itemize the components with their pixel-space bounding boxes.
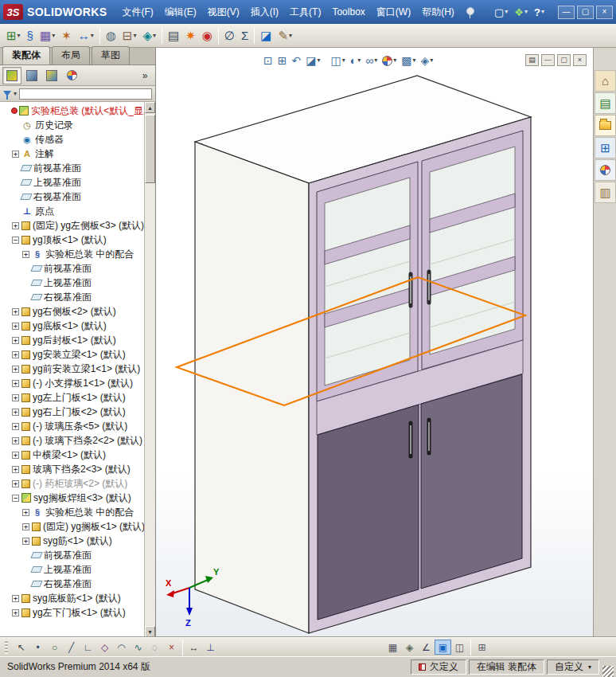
- tree-item[interactable]: 上视基准面: [0, 276, 144, 290]
- dropdown-caret-icon[interactable]: ▾: [588, 664, 591, 671]
- tree-item[interactable]: ◉传感器: [0, 132, 144, 147]
- toolbar-grip[interactable]: [5, 641, 8, 654]
- view-palette-icon[interactable]: ⊞: [595, 137, 616, 158]
- propertymanager-tab[interactable]: [22, 67, 41, 84]
- tree-expand-toggle[interactable]: +: [12, 394, 19, 401]
- cabinet-model[interactable]: X Y Z: [156, 48, 593, 637]
- tree-expand-toggle[interactable]: +: [12, 480, 19, 487]
- tree-item[interactable]: +§实验柜总装 中的配合: [0, 247, 144, 261]
- scroll-up-icon[interactable]: ▲: [145, 102, 155, 113]
- minimize-doc-icon[interactable]: —: [541, 54, 555, 66]
- tree-expand-toggle[interactable]: +: [12, 595, 19, 602]
- tree-item[interactable]: 右视基准面: [0, 577, 144, 591]
- tree-item[interactable]: +yg左下门板<1> (默认): [0, 605, 144, 620]
- tree-expand-toggle[interactable]: +: [12, 308, 19, 315]
- tree-item[interactable]: 右视基准面: [0, 190, 144, 204]
- menu-item[interactable]: 插入(I): [245, 3, 284, 21]
- fullscreen-icon[interactable]: ⊞: [474, 640, 490, 655]
- tree-expand-toggle[interactable]: +: [12, 380, 19, 387]
- angle-snap-icon[interactable]: ∠: [418, 640, 435, 655]
- tree-expand-toggle[interactable]: +: [12, 366, 19, 373]
- sketch-icon[interactable]: ✎▾: [275, 26, 295, 45]
- lower-right-door[interactable]: [421, 374, 522, 589]
- filter-input[interactable]: [19, 88, 152, 100]
- tree-scrollbar[interactable]: ▲ ▼: [144, 102, 155, 637]
- tree-expand-toggle[interactable]: +: [12, 452, 19, 459]
- mass-properties-icon[interactable]: Σ: [238, 26, 251, 45]
- tree-expand-toggle[interactable]: +: [22, 251, 29, 258]
- sketch-ellipse-icon[interactable]: ◌: [146, 640, 163, 655]
- tab-装配体[interactable]: 装配体: [2, 46, 50, 65]
- single-viewport-icon[interactable]: ▣: [435, 640, 451, 655]
- sketch-spline-icon[interactable]: ∿: [130, 640, 146, 655]
- tree-expand-toggle[interactable]: −: [12, 495, 19, 502]
- display-style-icon[interactable]: ◐▾: [348, 53, 363, 68]
- sketch-perpendicular-icon[interactable]: ∟: [80, 640, 96, 655]
- zoom-to-fit-icon[interactable]: ⊡: [261, 53, 275, 68]
- tree-expand-toggle[interactable]: +: [12, 337, 19, 344]
- tree-item[interactable]: +(-) 药柜玻璃<2> (默认): [0, 476, 144, 491]
- tree-item[interactable]: +yg后封板<1> (默认): [0, 333, 144, 347]
- tree-expand-toggle[interactable]: +: [12, 222, 19, 229]
- zoom-to-area-icon[interactable]: ⊞: [275, 53, 290, 68]
- section-view-icon[interactable]: ◪: [257, 26, 275, 45]
- tree-item[interactable]: 实验柜总装 (默认<默认_显示状态-1>): [0, 104, 144, 118]
- sketch-point-icon[interactable]: •: [29, 640, 46, 655]
- previous-view-icon[interactable]: ↶: [289, 53, 303, 68]
- sketch-arc-icon[interactable]: ◠: [113, 640, 130, 655]
- window-menu-icon[interactable]: ▤: [525, 54, 539, 66]
- minimize-window-icon[interactable]: —: [558, 6, 575, 19]
- lower-left-door[interactable]: [318, 405, 419, 620]
- measure-icon[interactable]: ∅: [221, 26, 238, 45]
- exploded-view-icon[interactable]: ✷: [182, 26, 199, 45]
- menu-item[interactable]: 文件(F): [116, 3, 158, 21]
- tree-expand-toggle[interactable]: +: [12, 323, 19, 330]
- menu-item[interactable]: 视图(V): [202, 3, 245, 21]
- tree-item[interactable]: +中横梁<1> (默认): [0, 448, 144, 462]
- tree-item[interactable]: +syg筋<1> (默认): [0, 534, 144, 548]
- tree-item[interactable]: 前视基准面: [0, 261, 144, 276]
- filter-funnel-icon[interactable]: [3, 91, 11, 96]
- custom-properties-icon[interactable]: ▥: [595, 182, 616, 203]
- tab-草图[interactable]: 草图: [92, 46, 130, 65]
- tree-item[interactable]: +syg底板筋<1> (默认): [0, 591, 144, 605]
- interference-detection-icon[interactable]: ◉: [199, 26, 216, 45]
- open-document-icon[interactable]: ❖▾: [511, 3, 531, 21]
- pin-menu-icon[interactable]: [466, 6, 474, 18]
- tree-item[interactable]: +(-) 小支撑板1<1> (默认): [0, 376, 144, 390]
- trim-entities-icon[interactable]: ×: [163, 640, 180, 655]
- featuremanager-tab[interactable]: [2, 67, 21, 84]
- reference-geometry-icon[interactable]: ◈▾: [139, 26, 159, 45]
- section-view-icon[interactable]: ◪▾: [303, 53, 322, 68]
- tree-item[interactable]: +yg安装立梁<1> (默认): [0, 347, 144, 362]
- tree-item[interactable]: +(固定) yg搁板<1> (默认): [0, 519, 144, 534]
- tree-expand-toggle[interactable]: +: [12, 609, 19, 616]
- tree-item[interactable]: −yg顶板<1> (默认): [0, 233, 144, 247]
- smart-fasteners-icon[interactable]: ✶: [58, 26, 75, 45]
- sketch-line-icon[interactable]: ╱: [63, 640, 80, 655]
- cabinet-left-side-panel[interactable]: [195, 142, 309, 633]
- tree-expand-toggle[interactable]: +: [12, 466, 19, 473]
- tab-布局[interactable]: 布局: [52, 46, 90, 65]
- scrollbar-thumb[interactable]: [145, 115, 155, 183]
- view-orientation-icon[interactable]: ◫▾: [328, 53, 347, 68]
- tree-item[interactable]: 上视基准面: [0, 175, 144, 190]
- tree-expand-toggle[interactable]: +: [22, 509, 29, 516]
- tree-item[interactable]: −syg搁板焊组<3> (默认): [0, 491, 144, 505]
- tree-expand-toggle[interactable]: +: [12, 151, 19, 158]
- restore-doc-icon[interactable]: ▢: [557, 54, 571, 66]
- snap-grid-icon[interactable]: ▦: [384, 640, 401, 655]
- file-explorer-icon[interactable]: [595, 115, 616, 136]
- tree-item[interactable]: ◷历史记录: [0, 118, 144, 132]
- resize-grip-icon[interactable]: [602, 666, 614, 677]
- sketch-polygon-icon[interactable]: ◇: [96, 640, 113, 655]
- dropdown-caret-icon[interactable]: ▾: [14, 91, 17, 97]
- select-icon[interactable]: ↖: [13, 640, 29, 655]
- tree-item[interactable]: +§实验柜总装 中的配合: [0, 505, 144, 519]
- tree-item[interactable]: +yg前安装立梁1<1> (默认): [0, 362, 144, 376]
- tree-item[interactable]: +A注解: [0, 147, 144, 161]
- tree-expand-toggle[interactable]: +: [12, 351, 19, 358]
- edit-appearance-icon[interactable]: ▾: [380, 53, 399, 68]
- solidworks-resources-icon[interactable]: ⌂: [595, 70, 616, 92]
- tree-item[interactable]: +玻璃下挡条2<3> (默认): [0, 462, 144, 476]
